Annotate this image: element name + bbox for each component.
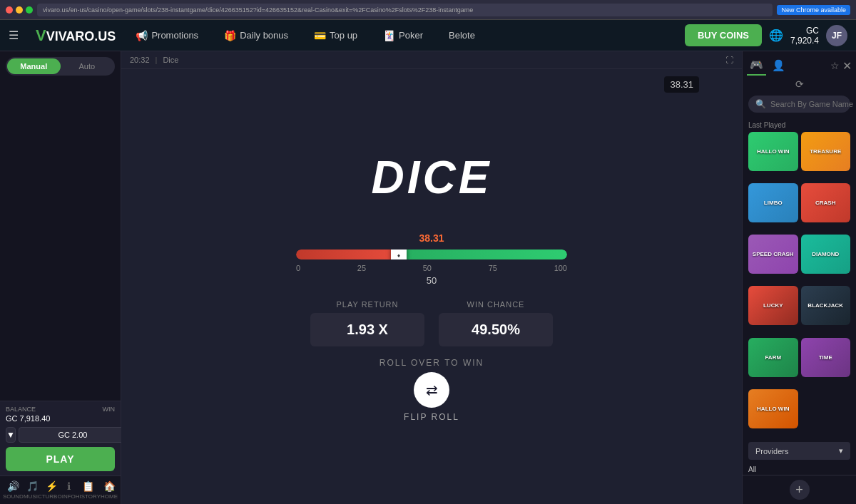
game-time: 20:32 xyxy=(130,56,150,64)
new-chrome-banner: New Chrome available xyxy=(777,5,850,15)
slider-track: ⬧ xyxy=(296,250,567,259)
history-icon: 📋 xyxy=(82,480,94,492)
chevron-down-icon: ▾ xyxy=(839,446,843,456)
balance-value: GC 7,918.40 xyxy=(6,414,50,423)
home-icon: 🏠 xyxy=(103,480,116,492)
browser-chrome: vivaro.us/en-us/casino/open-game/slots/2… xyxy=(0,0,856,20)
nav-top-up[interactable]: 💳 Top up xyxy=(308,27,363,44)
game-header-left: 20:32 | Dice xyxy=(130,56,178,64)
balance-area: BALANCE WIN GC 7,918.40 ▼ ▲ PLAY xyxy=(0,401,121,475)
game-thumb-blackjack[interactable]: BLACKJACK xyxy=(801,286,851,325)
slider-labels: 0 25 50 75 100 xyxy=(296,264,567,272)
providers-label: Providers xyxy=(755,447,788,456)
game-thumb-hallo-win[interactable]: HALLO WIN xyxy=(748,132,798,171)
poker-icon: 🃏 xyxy=(383,30,395,41)
game-thumbnails: HALLO WIN TREASURE LIMBO CRASH SPEED CRA… xyxy=(743,132,856,438)
info-icon-btn[interactable]: ℹ INFO xyxy=(62,480,76,500)
win-chance-value: 49.50% xyxy=(439,313,553,346)
hamburger-icon[interactable]: ☰ xyxy=(9,29,19,42)
search-icon: 🔍 xyxy=(755,99,766,109)
slider-red xyxy=(296,250,399,259)
nav-poker[interactable]: 🃏 Poker xyxy=(377,27,429,44)
info-icon: ℹ xyxy=(67,480,71,492)
balance-label: BALANCE xyxy=(6,406,36,413)
current-value-display: 38.31 xyxy=(664,76,699,93)
win-chance-box: WIN CHANCE 49.50% xyxy=(439,300,553,346)
flip-roll-label: FLIP ROLL xyxy=(404,412,459,422)
play-button[interactable]: PLAY xyxy=(6,447,115,471)
turbo-icon-btn[interactable]: ⚡ TURBO xyxy=(42,480,62,500)
balance-values: GC 7,918.40 xyxy=(6,414,115,423)
sound-icon: 🔊 xyxy=(7,480,19,492)
game-breadcrumb: Dice xyxy=(163,56,178,64)
logo[interactable]: VVIVARO.US xyxy=(36,26,116,45)
game-thumb-farm[interactable]: FARM xyxy=(748,338,798,377)
add-button[interactable]: + xyxy=(790,480,810,500)
bet-input[interactable] xyxy=(19,427,127,443)
gc-label: GC xyxy=(806,26,819,36)
sidebar-tab-icons: 🎮 👤 xyxy=(747,56,788,76)
game-thumb-treasure[interactable]: TREASURE xyxy=(801,132,851,171)
nav-belote[interactable]: Belote xyxy=(443,27,481,43)
top-navigation: ☰ VVIVARO.US 📢 Promotions 🎁 Daily bonus … xyxy=(0,20,856,51)
url-bar[interactable]: vivaro.us/en-us/casino/open-game/slots/2… xyxy=(37,4,773,16)
slider-center-value: 50 xyxy=(296,275,567,286)
win-label: WIN xyxy=(103,406,116,413)
user-avatar[interactable]: JF xyxy=(826,25,847,46)
user-info: GC 7,920.4 xyxy=(790,26,819,46)
game-thumb-time[interactable]: TIME xyxy=(801,338,851,377)
game-thumb-limbo[interactable]: LIMBO xyxy=(748,183,798,222)
sidebar-top-section: 🎮 👤 ☆ ✕ xyxy=(743,51,856,76)
balance-row: BALANCE WIN xyxy=(6,406,115,413)
slider-thumb[interactable]: ⬧ xyxy=(391,250,407,259)
nav-promotions[interactable]: 📢 Promotions xyxy=(130,27,204,44)
game-thumb-speed-crash[interactable]: SPEED CRASH xyxy=(748,235,798,274)
tab-manual[interactable]: Manual xyxy=(7,58,61,74)
game-thumb-crash[interactable]: CRASH xyxy=(801,183,851,222)
sidebar-vertical: 🎮 👤 ☆ ✕ ⟳ 🔍 Last Played HALLO WIN xyxy=(743,51,856,504)
globe-icon[interactable]: 🌐 xyxy=(769,29,783,42)
play-return-value: 1.93 X xyxy=(310,313,424,346)
window-controls xyxy=(6,6,33,14)
sound-icon-btn[interactable]: 🔊 SOUND xyxy=(3,480,24,500)
last-played-label: Last Played xyxy=(743,118,856,132)
providers-dropdown[interactable]: Providers ▾ xyxy=(748,442,850,460)
bet-row: ▼ ▲ xyxy=(6,427,115,443)
sidebar-tab-games[interactable]: 🎮 xyxy=(747,56,766,76)
close-dot[interactable] xyxy=(6,6,13,14)
bet-decrease[interactable]: ▼ xyxy=(6,427,16,443)
win-chance-label: WIN CHANCE xyxy=(439,300,553,309)
left-panel: Manual Auto BALANCE WIN GC 7,918.40 ▼ ▲ … xyxy=(0,51,121,504)
game-thumb-hallo-win-2[interactable]: HALLO WIN xyxy=(748,389,798,428)
music-icon-btn[interactable]: 🎵 MUSIC xyxy=(24,480,42,500)
star-icon[interactable]: ☆ xyxy=(830,60,840,71)
sidebar-close-button[interactable]: ✕ xyxy=(842,59,852,73)
roll-section: ROLL OVER TO WIN ⇄ FLIP ROLL xyxy=(379,358,484,422)
history-icon-btn[interactable]: 📋 HISTORY xyxy=(76,480,101,500)
play-return-label: PLAY RETURN xyxy=(310,300,424,309)
home-icon-btn[interactable]: 🏠 HOME xyxy=(101,480,118,500)
sidebar-tab-profile[interactable]: 👤 xyxy=(769,56,788,76)
search-input[interactable] xyxy=(770,100,856,108)
sidebar-bottom-icons: + xyxy=(743,475,856,504)
game-thumb-diamond[interactable]: DIAMOND xyxy=(801,235,851,274)
minimize-dot[interactable] xyxy=(16,6,23,14)
nav-right: BUY COINS 🌐 GC 7,920.4 JF xyxy=(685,24,847,46)
top-up-icon: 💳 xyxy=(314,30,326,41)
game-thumb-lucky[interactable]: LUCKY xyxy=(748,286,798,325)
nav-daily-bonus[interactable]: 🎁 Daily bonus xyxy=(218,27,294,44)
game-header: 20:32 | Dice ⛶ xyxy=(121,51,742,69)
tab-auto[interactable]: Auto xyxy=(61,58,114,74)
search-box: 🔍 xyxy=(748,96,850,113)
maximize-dot[interactable] xyxy=(26,6,33,14)
sidebar-refresh-icon[interactable]: ⟳ xyxy=(747,78,852,90)
music-icon: 🎵 xyxy=(26,480,39,492)
slider-section: 38.31 ⬧ 0 25 50 75 100 50 xyxy=(296,232,567,286)
slider-value-above: 38.31 xyxy=(296,232,567,244)
expand-icon[interactable]: ⛶ xyxy=(725,56,733,64)
roll-over-label: ROLL OVER TO WIN xyxy=(379,358,484,368)
promotions-icon: 📢 xyxy=(136,30,148,41)
flip-roll-button[interactable]: ⇄ xyxy=(414,372,449,408)
all-label: All xyxy=(743,464,856,475)
buy-coins-button[interactable]: BUY COINS xyxy=(685,24,762,46)
